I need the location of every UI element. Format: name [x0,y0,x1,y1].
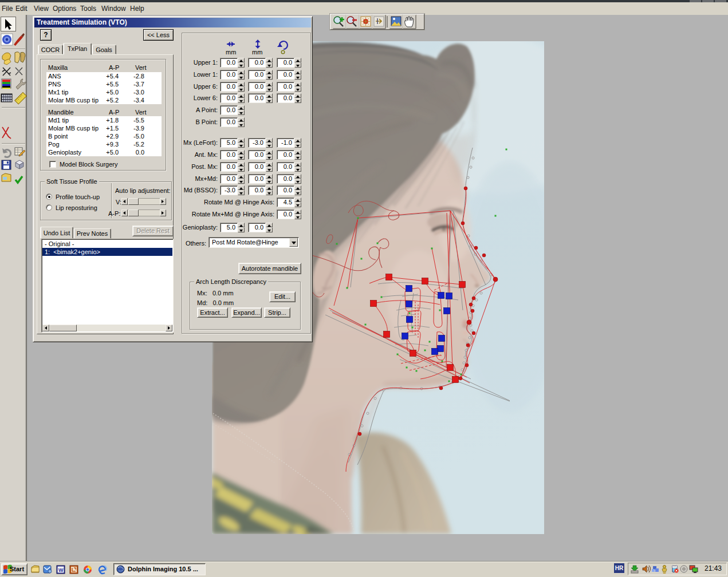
svg-text:W: W [58,567,64,573]
